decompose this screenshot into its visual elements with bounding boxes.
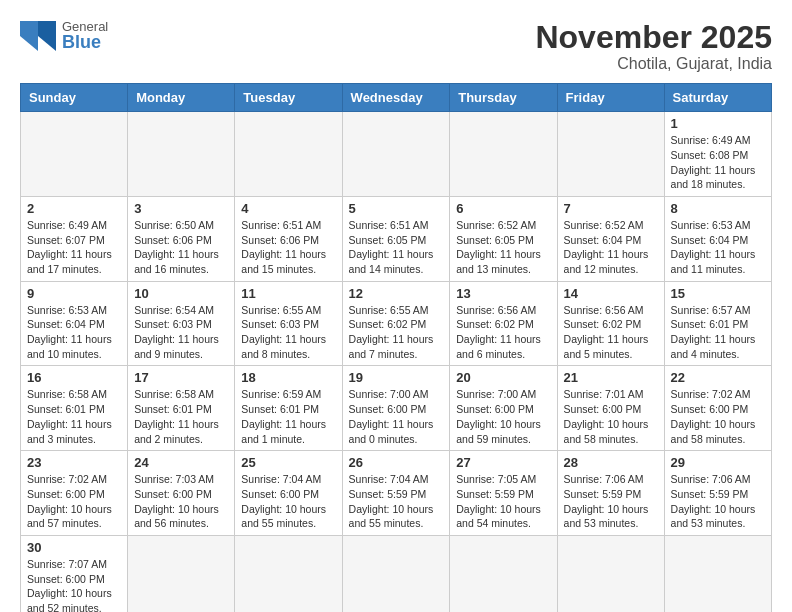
calendar-cell	[450, 535, 557, 612]
day-number: 18	[241, 370, 335, 385]
calendar-cell: 1Sunrise: 6:49 AM Sunset: 6:08 PM Daylig…	[664, 112, 771, 197]
calendar-cell	[342, 112, 450, 197]
location: Chotila, Gujarat, India	[535, 55, 772, 73]
calendar-cell	[450, 112, 557, 197]
calendar-cell: 26Sunrise: 7:04 AM Sunset: 5:59 PM Dayli…	[342, 451, 450, 536]
day-info: Sunrise: 7:06 AM Sunset: 5:59 PM Dayligh…	[671, 472, 765, 531]
calendar-cell: 25Sunrise: 7:04 AM Sunset: 6:00 PM Dayli…	[235, 451, 342, 536]
day-number: 24	[134, 455, 228, 470]
calendar-cell: 4Sunrise: 6:51 AM Sunset: 6:06 PM Daylig…	[235, 196, 342, 281]
calendar-cell	[235, 535, 342, 612]
day-info: Sunrise: 6:54 AM Sunset: 6:03 PM Dayligh…	[134, 303, 228, 362]
day-number: 25	[241, 455, 335, 470]
day-number: 12	[349, 286, 444, 301]
calendar-cell	[557, 535, 664, 612]
day-number: 17	[134, 370, 228, 385]
day-info: Sunrise: 7:05 AM Sunset: 5:59 PM Dayligh…	[456, 472, 550, 531]
day-number: 27	[456, 455, 550, 470]
day-number: 10	[134, 286, 228, 301]
calendar-cell	[342, 535, 450, 612]
calendar-cell: 3Sunrise: 6:50 AM Sunset: 6:06 PM Daylig…	[128, 196, 235, 281]
calendar-week-row: 9Sunrise: 6:53 AM Sunset: 6:04 PM Daylig…	[21, 281, 772, 366]
day-number: 30	[27, 540, 121, 555]
calendar-cell: 17Sunrise: 6:58 AM Sunset: 6:01 PM Dayli…	[128, 366, 235, 451]
calendar-cell: 22Sunrise: 7:02 AM Sunset: 6:00 PM Dayli…	[664, 366, 771, 451]
day-number: 28	[564, 455, 658, 470]
calendar-week-row: 30Sunrise: 7:07 AM Sunset: 6:00 PM Dayli…	[21, 535, 772, 612]
day-number: 29	[671, 455, 765, 470]
calendar-cell: 19Sunrise: 7:00 AM Sunset: 6:00 PM Dayli…	[342, 366, 450, 451]
day-info: Sunrise: 6:51 AM Sunset: 6:06 PM Dayligh…	[241, 218, 335, 277]
calendar-cell: 15Sunrise: 6:57 AM Sunset: 6:01 PM Dayli…	[664, 281, 771, 366]
day-number: 19	[349, 370, 444, 385]
day-number: 11	[241, 286, 335, 301]
calendar-cell: 14Sunrise: 6:56 AM Sunset: 6:02 PM Dayli…	[557, 281, 664, 366]
day-number: 20	[456, 370, 550, 385]
logo: General Blue	[20, 20, 108, 51]
day-number: 9	[27, 286, 121, 301]
calendar-cell	[21, 112, 128, 197]
calendar-cell: 11Sunrise: 6:55 AM Sunset: 6:03 PM Dayli…	[235, 281, 342, 366]
day-number: 2	[27, 201, 121, 216]
calendar-cell: 24Sunrise: 7:03 AM Sunset: 6:00 PM Dayli…	[128, 451, 235, 536]
calendar-cell: 2Sunrise: 6:49 AM Sunset: 6:07 PM Daylig…	[21, 196, 128, 281]
calendar-cell: 16Sunrise: 6:58 AM Sunset: 6:01 PM Dayli…	[21, 366, 128, 451]
day-info: Sunrise: 6:49 AM Sunset: 6:07 PM Dayligh…	[27, 218, 121, 277]
calendar-cell	[128, 112, 235, 197]
calendar-cell: 13Sunrise: 6:56 AM Sunset: 6:02 PM Dayli…	[450, 281, 557, 366]
calendar-week-row: 1Sunrise: 6:49 AM Sunset: 6:08 PM Daylig…	[21, 112, 772, 197]
day-info: Sunrise: 7:02 AM Sunset: 6:00 PM Dayligh…	[671, 387, 765, 446]
day-info: Sunrise: 7:00 AM Sunset: 6:00 PM Dayligh…	[349, 387, 444, 446]
day-info: Sunrise: 6:55 AM Sunset: 6:02 PM Dayligh…	[349, 303, 444, 362]
day-info: Sunrise: 6:58 AM Sunset: 6:01 PM Dayligh…	[134, 387, 228, 446]
calendar-cell: 27Sunrise: 7:05 AM Sunset: 5:59 PM Dayli…	[450, 451, 557, 536]
day-number: 4	[241, 201, 335, 216]
day-number: 22	[671, 370, 765, 385]
day-number: 26	[349, 455, 444, 470]
day-info: Sunrise: 7:07 AM Sunset: 6:00 PM Dayligh…	[27, 557, 121, 612]
day-number: 16	[27, 370, 121, 385]
calendar-cell	[557, 112, 664, 197]
day-info: Sunrise: 7:02 AM Sunset: 6:00 PM Dayligh…	[27, 472, 121, 531]
calendar-cell	[128, 535, 235, 612]
day-info: Sunrise: 7:04 AM Sunset: 5:59 PM Dayligh…	[349, 472, 444, 531]
calendar-cell	[235, 112, 342, 197]
day-of-week-header: Sunday	[21, 84, 128, 112]
day-info: Sunrise: 6:53 AM Sunset: 6:04 PM Dayligh…	[27, 303, 121, 362]
day-info: Sunrise: 7:01 AM Sunset: 6:00 PM Dayligh…	[564, 387, 658, 446]
day-info: Sunrise: 6:56 AM Sunset: 6:02 PM Dayligh…	[564, 303, 658, 362]
page-header: General Blue November 2025 Chotila, Guja…	[20, 20, 772, 73]
calendar-week-row: 16Sunrise: 6:58 AM Sunset: 6:01 PM Dayli…	[21, 366, 772, 451]
calendar-cell: 30Sunrise: 7:07 AM Sunset: 6:00 PM Dayli…	[21, 535, 128, 612]
svg-rect-0	[20, 21, 38, 36]
day-info: Sunrise: 6:52 AM Sunset: 6:05 PM Dayligh…	[456, 218, 550, 277]
calendar-cell: 8Sunrise: 6:53 AM Sunset: 6:04 PM Daylig…	[664, 196, 771, 281]
day-number: 7	[564, 201, 658, 216]
day-info: Sunrise: 6:56 AM Sunset: 6:02 PM Dayligh…	[456, 303, 550, 362]
day-info: Sunrise: 6:59 AM Sunset: 6:01 PM Dayligh…	[241, 387, 335, 446]
day-info: Sunrise: 6:53 AM Sunset: 6:04 PM Dayligh…	[671, 218, 765, 277]
calendar-cell: 29Sunrise: 7:06 AM Sunset: 5:59 PM Dayli…	[664, 451, 771, 536]
calendar-cell: 28Sunrise: 7:06 AM Sunset: 5:59 PM Dayli…	[557, 451, 664, 536]
logo-icon	[20, 21, 56, 51]
day-of-week-header: Tuesday	[235, 84, 342, 112]
day-info: Sunrise: 6:49 AM Sunset: 6:08 PM Dayligh…	[671, 133, 765, 192]
day-info: Sunrise: 6:52 AM Sunset: 6:04 PM Dayligh…	[564, 218, 658, 277]
day-number: 23	[27, 455, 121, 470]
calendar-cell: 12Sunrise: 6:55 AM Sunset: 6:02 PM Dayli…	[342, 281, 450, 366]
calendar-cell: 6Sunrise: 6:52 AM Sunset: 6:05 PM Daylig…	[450, 196, 557, 281]
day-number: 5	[349, 201, 444, 216]
calendar-cell: 18Sunrise: 6:59 AM Sunset: 6:01 PM Dayli…	[235, 366, 342, 451]
day-number: 6	[456, 201, 550, 216]
day-number: 3	[134, 201, 228, 216]
day-of-week-header: Friday	[557, 84, 664, 112]
calendar-cell: 7Sunrise: 6:52 AM Sunset: 6:04 PM Daylig…	[557, 196, 664, 281]
calendar-cell: 9Sunrise: 6:53 AM Sunset: 6:04 PM Daylig…	[21, 281, 128, 366]
calendar-cell	[664, 535, 771, 612]
day-of-week-header: Wednesday	[342, 84, 450, 112]
calendar-week-row: 23Sunrise: 7:02 AM Sunset: 6:00 PM Dayli…	[21, 451, 772, 536]
day-number: 1	[671, 116, 765, 131]
month-title: November 2025	[535, 20, 772, 55]
logo-text: General Blue	[62, 20, 108, 51]
day-info: Sunrise: 6:58 AM Sunset: 6:01 PM Dayligh…	[27, 387, 121, 446]
